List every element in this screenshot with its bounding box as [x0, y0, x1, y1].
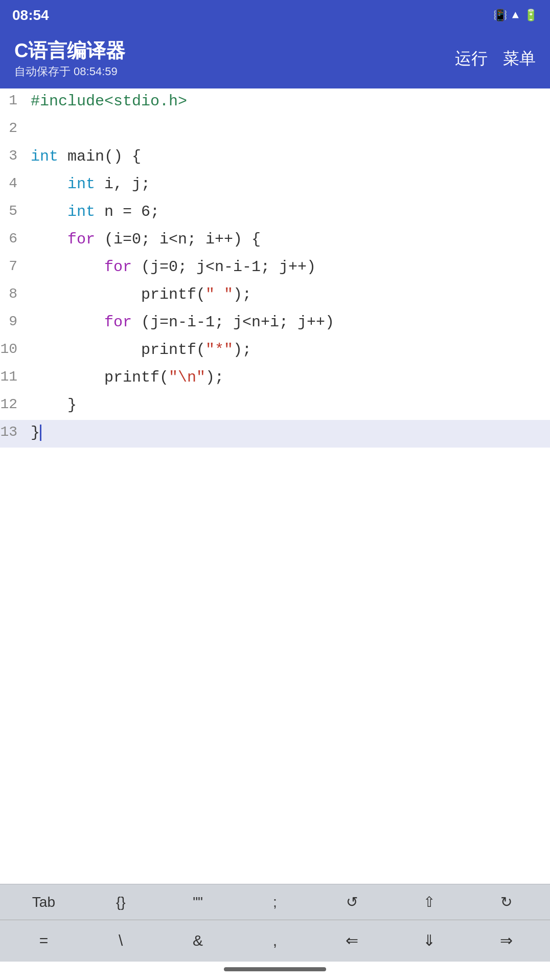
- line-number: 9: [0, 309, 26, 329]
- table-row: 7 for (j=0; j<n-i-1; j++): [0, 254, 550, 282]
- text-cursor: [40, 425, 41, 441]
- line-number: 12: [0, 392, 26, 412]
- keyword-for: for: [104, 314, 132, 331]
- code-text: printf(: [31, 341, 205, 359]
- code-text: [31, 258, 104, 276]
- app-title: C语言编译器: [14, 38, 125, 64]
- line-number: 4: [0, 171, 26, 191]
- code-text: }: [31, 424, 40, 441]
- line-content[interactable]: #include<stdio.h>: [26, 88, 550, 114]
- keyboard-toolbar-row1: Tab {} "" ; ↺ ⇧ ↻: [0, 884, 550, 920]
- shift-button[interactable]: ⇧: [409, 892, 450, 912]
- table-row: 8 printf(" ");: [0, 282, 550, 309]
- line-content[interactable]: }: [26, 420, 550, 446]
- braces-button[interactable]: {}: [100, 892, 141, 912]
- line-number: 5: [0, 199, 26, 219]
- code-text: );: [233, 286, 251, 303]
- line-content[interactable]: for (j=0; j<n-i-1; j++): [26, 254, 550, 280]
- line-content[interactable]: int n = 6;: [26, 199, 550, 225]
- status-time: 08:54: [12, 7, 49, 24]
- menu-button[interactable]: 菜单: [503, 48, 536, 70]
- table-row: 13 }: [0, 420, 550, 448]
- comma-button[interactable]: ,: [255, 930, 295, 951]
- line-number: 6: [0, 227, 26, 247]
- battery-icon: 🔋: [524, 9, 538, 23]
- status-bar: 08:54 📳 ▲ 🔋: [0, 0, 550, 31]
- equals-button[interactable]: =: [23, 930, 64, 951]
- line-content[interactable]: int main() {: [26, 144, 550, 169]
- code-text: );: [233, 341, 251, 359]
- table-row: 10 printf("*");: [0, 337, 550, 365]
- table-row: 9 for (j=n-i-1; j<n+i; j++): [0, 309, 550, 337]
- line-content[interactable]: printf("*");: [26, 337, 550, 363]
- code-text: );: [205, 369, 224, 386]
- code-text: printf(: [31, 369, 169, 386]
- include-path: <stdio.h>: [104, 93, 187, 110]
- undo-button[interactable]: ↺: [332, 892, 373, 912]
- app-subtitle: 自动保存于 08:54:59: [14, 64, 125, 79]
- status-icons: 📳 ▲ 🔋: [493, 9, 538, 23]
- table-row: 5 int n = 6;: [0, 199, 550, 227]
- keyboard-toolbar-row2: = \ & , ⇐ ⇓ ⇒: [0, 920, 550, 962]
- line-number: 2: [0, 116, 26, 136]
- line-number: 8: [0, 282, 26, 302]
- keyword-int: int: [67, 203, 95, 220]
- header-actions: 运行 菜单: [455, 48, 536, 70]
- code-lines: 1 #include<stdio.h> 2 3 int main() { 4 i…: [0, 88, 550, 448]
- bottom-bar: [0, 962, 550, 980]
- keyword-for: for: [67, 231, 95, 248]
- keyword-int: int: [67, 175, 95, 193]
- table-row: 2: [0, 116, 550, 144]
- code-text: n = 6;: [95, 203, 159, 220]
- code-text: (j=0; j<n-i-1; j++): [132, 258, 316, 276]
- arrow-down-button[interactable]: ⇓: [409, 929, 450, 951]
- line-number: 1: [0, 88, 26, 108]
- table-row: 11 printf("\n");: [0, 365, 550, 392]
- app-title-block: C语言编译器 自动保存于 08:54:59: [14, 38, 125, 79]
- line-number: 11: [0, 365, 26, 385]
- line-content[interactable]: }: [26, 392, 550, 418]
- line-content[interactable]: int i, j;: [26, 171, 550, 197]
- line-content[interactable]: printf("\n");: [26, 365, 550, 390]
- code-text: [31, 314, 104, 331]
- code-text: [31, 203, 67, 220]
- wifi-icon: ▲: [512, 9, 519, 22]
- line-number: 7: [0, 254, 26, 274]
- table-row: 1 #include<stdio.h>: [0, 88, 550, 116]
- line-content[interactable]: printf(" ");: [26, 282, 550, 307]
- run-button[interactable]: 运行: [455, 48, 488, 70]
- line-number: 3: [0, 144, 26, 164]
- code-text: main() {: [58, 148, 141, 165]
- vibrate-icon: 📳: [493, 9, 507, 23]
- code-text: [31, 175, 67, 193]
- semicolon-button[interactable]: ;: [255, 892, 295, 912]
- table-row: 4 int i, j;: [0, 171, 550, 199]
- code-text: printf(: [31, 286, 205, 303]
- arrow-right-button[interactable]: ⇒: [486, 929, 526, 951]
- backslash-button[interactable]: \: [100, 930, 141, 951]
- code-text: (j=n-i-1; j<n+i; j++): [132, 314, 334, 331]
- line-content[interactable]: [26, 116, 550, 124]
- table-row: 6 for (i=0; i<n; i++) {: [0, 227, 550, 254]
- line-number: 13: [0, 420, 26, 440]
- keyword-for: for: [104, 258, 132, 276]
- string-value: "\n": [169, 369, 205, 386]
- line-content[interactable]: for (i=0; i<n; i++) {: [26, 227, 550, 252]
- table-row: 12 }: [0, 392, 550, 420]
- arrow-left-button[interactable]: ⇐: [332, 929, 373, 951]
- app-header: C语言编译器 自动保存于 08:54:59 运行 菜单: [0, 31, 550, 88]
- line-number: 10: [0, 337, 26, 357]
- redo-button[interactable]: ↻: [486, 892, 526, 912]
- keyword-int: int: [31, 148, 58, 165]
- code-text: }: [31, 396, 77, 414]
- string-value: "*": [205, 341, 233, 359]
- code-text: i, j;: [95, 175, 150, 193]
- tab-button[interactable]: Tab: [23, 892, 64, 912]
- editor-area[interactable]: 1 #include<stdio.h> 2 3 int main() { 4 i…: [0, 88, 550, 884]
- ampersand-button[interactable]: &: [177, 930, 218, 951]
- quotes-button[interactable]: "": [177, 892, 218, 912]
- hash-symbol: #include: [31, 93, 104, 110]
- table-row: 3 int main() {: [0, 144, 550, 171]
- home-indicator: [224, 967, 326, 971]
- line-content[interactable]: for (j=n-i-1; j<n+i; j++): [26, 309, 550, 335]
